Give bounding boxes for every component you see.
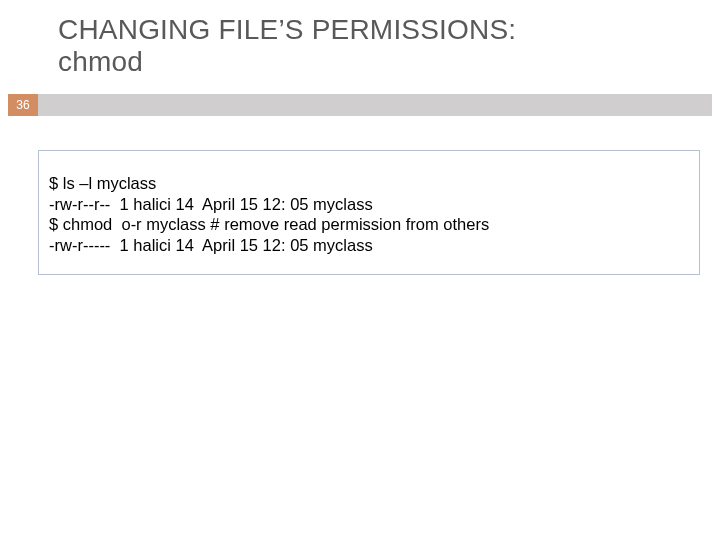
page-number: 36 xyxy=(16,98,29,112)
title-line-2: chmod xyxy=(58,46,143,77)
title-line-1: CHANGING FILE’S PERMISSIONS: xyxy=(58,14,516,45)
code-box: $ ls –l myclass -rw-r--r-- 1 halici 14 A… xyxy=(38,150,700,275)
page-number-badge: 36 xyxy=(8,94,38,116)
slide: CHANGING FILE’S PERMISSIONS: chmod 36 $ … xyxy=(0,0,720,540)
accent-bar xyxy=(38,94,712,116)
code-line: $ ls –l myclass xyxy=(49,173,689,194)
code-line: -rw-r----- 1 halici 14 April 15 12: 05 m… xyxy=(49,235,689,256)
slide-title: CHANGING FILE’S PERMISSIONS: chmod xyxy=(58,14,658,78)
code-line: -rw-r--r-- 1 halici 14 April 15 12: 05 m… xyxy=(49,194,689,215)
code-line: $ chmod o-r myclass # remove read permis… xyxy=(49,214,689,235)
